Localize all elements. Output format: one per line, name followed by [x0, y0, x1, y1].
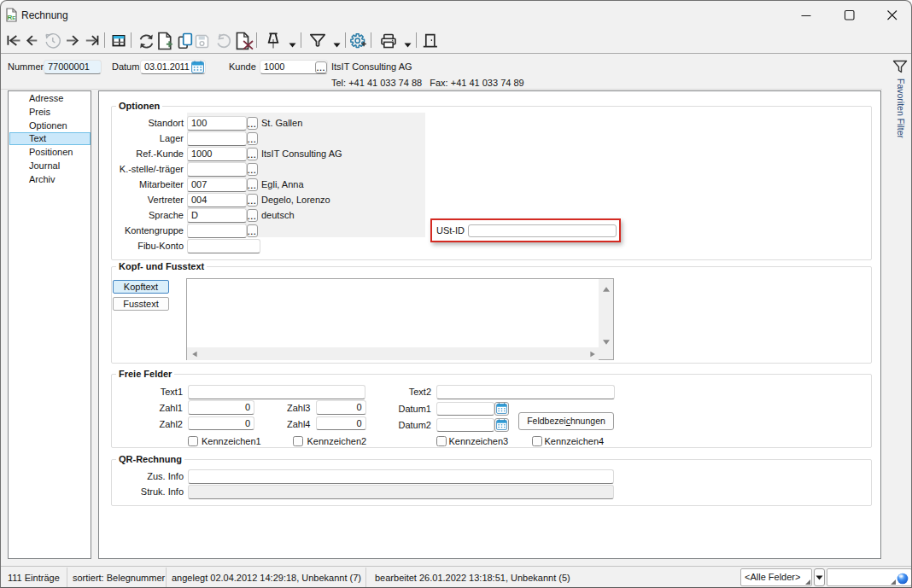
svg-text:E: E	[12, 15, 15, 20]
